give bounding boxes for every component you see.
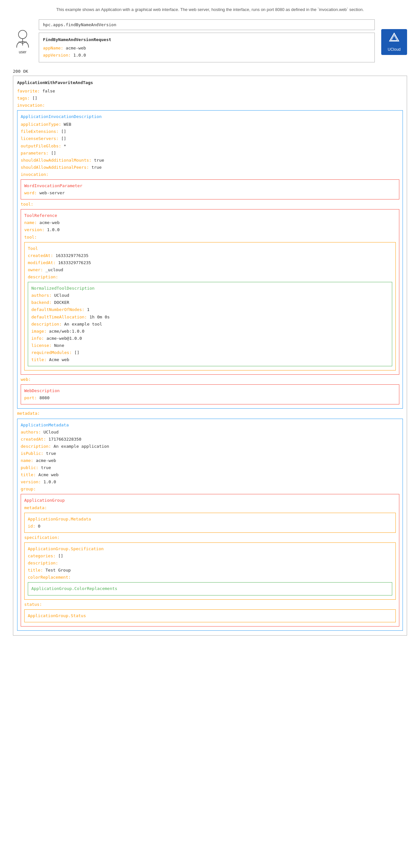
meta-public-field: public: true [21,464,399,471]
request-section: user hpc.apps.findByNameAndVersion FindB… [13,20,407,62]
group-metadata-box: ApplicationGroup.Metadata id: 0 [24,513,396,533]
meta-authors-field: authors: UCloud [21,429,399,436]
user-actor: user [13,29,32,54]
tool-reference-box: ToolReference name: acme-web version: 1.… [21,209,399,375]
group-sublabel: group: [21,486,399,493]
request-box-wrapper: hpc.apps.findByNameAndVersion FindByName… [39,20,375,62]
authors-field: authors: UCloud [31,292,389,299]
group-spec-label: specification: [24,534,396,541]
app-invocation-desc-box: ApplicationInvocationDescription applica… [17,110,403,409]
tool-name-field: name: acme-web [24,219,396,226]
web-desc-box: WebDescription port: 8080 [21,384,399,404]
tool-sublabel: tool: [21,201,399,208]
web-sublabel: web: [21,376,399,383]
group-spec-box: ApplicationGroup.Specification categorie… [24,542,396,600]
title-field: title: Acme web [31,356,389,363]
ucloud-label: UCloud [388,47,400,52]
group-categories-field: categories: [] [28,553,392,560]
request-body-box: FindByNameAndVersionRequest appName: acm… [39,33,375,62]
should-allow-mounts-field: shouldAllowAdditionalMounts: true [21,157,399,164]
normalized-tool-desc-box: NormalizedToolDescription authors: UClou… [28,282,392,366]
meta-is-public-field: isPublic: true [21,450,399,457]
tool-reference-type-name: ToolReference [24,212,396,219]
required-modules-field: requiredModules: [] [31,349,389,356]
tool-version-field: version: 1.0.0 [24,226,396,234]
image-field: image: acme/web:1.0.0 [31,328,389,335]
meta-version-field: version: 1.0.0 [21,478,399,486]
info-field: info: acme-web@1.0.0 [31,335,389,342]
ucloud-actor: UCloud [381,29,407,55]
license-servers-field: licenseServers: [] [21,135,399,142]
response-box: ApplicationWithFavoriteAndTags favorite:… [13,76,407,636]
group-description-field: description: [28,560,392,567]
app-version-field: appVersion: 1.0.0 [43,52,370,59]
tool-description-label: description: [28,274,392,281]
tool-inner-label: tool: [24,234,396,241]
meta-title-field: title: Acme web [21,471,399,478]
tags-field: tags: [] [17,95,403,102]
favorite-field: favorite: false [17,88,403,95]
owner-field: owner: _ucloud [28,267,392,274]
tool-inner-type-name: Tool [28,245,392,252]
response-status: 200 OK [13,69,407,74]
normalized-tool-type-name: NormalizedToolDescription [31,285,389,292]
port-field: port: 8080 [24,394,396,402]
word-field: word: web-server [24,189,396,196]
app-group-box: ApplicationGroup metadata: ApplicationGr… [21,494,399,626]
group-status-box: ApplicationGroup.Status [24,609,396,622]
request-type-name: FindByNameAndVersionRequest [43,36,370,43]
meta-name-field: name: acme-web [21,457,399,464]
svg-point-0 [19,30,27,38]
color-replacements-type-name: ApplicationGroup.ColorReplacements [31,585,389,592]
app-invocation-type-name: ApplicationInvocationDescription [21,113,399,120]
method-bar: hpc.apps.findByNameAndVersion [39,20,375,30]
group-color-replacement-label: colorReplacement: [28,574,392,581]
response-section: 200 OK ApplicationWithFavoriteAndTags fa… [13,69,407,636]
group-spec-type-name: ApplicationGroup.Specification [28,546,392,553]
app-name-field: appName: acme-web [43,44,370,52]
default-nodes-field: defaultNumberOfNodes: 1 [31,306,389,313]
metadata-field-label: metadata: [17,410,403,417]
user-icon [14,29,31,49]
color-replacements-box: ApplicationGroup.ColorReplacements [28,582,392,595]
group-metadata-label: metadata: [24,504,396,512]
group-id-field: id: 0 [28,523,392,530]
backend-field: backend: DOCKER [31,299,389,306]
app-metadata-type-name: ApplicationMetadata [21,422,399,429]
word-invocation-box: WordInvocationParameter word: web-server [21,179,399,199]
app-metadata-box: ApplicationMetadata authors: UCloud crea… [17,418,403,631]
group-title-field: title: Test Group [28,567,392,574]
license-field: license: None [31,342,389,349]
app-with-favorite-type: ApplicationWithFavoriteAndTags [17,79,403,86]
word-invocation-type-name: WordInvocationParameter [24,182,396,189]
file-extensions-field: fileExtensions: [] [21,128,399,135]
web-desc-type-name: WebDescription [24,387,396,394]
meta-created-at-field: createdAt: 1717663228350 [21,436,399,443]
created-at-field: createdAt: 1633329776235 [28,252,392,259]
should-allow-peers-field: shouldAllowAdditionalPeers: true [21,164,399,171]
default-time-field: defaultTimeAllocation: 1h 0m 0s [31,314,389,321]
intro-text: This example shows an Application with a… [13,6,407,13]
application-type-field: applicationType: WEB [21,121,399,128]
invocation-sublabel: invocation: [21,171,399,178]
output-file-globs-field: outputFileGlobs: * [21,143,399,150]
group-metadata-type-name: ApplicationGroup.Metadata [28,516,392,523]
group-status-label: status: [24,601,396,608]
group-status-type-name: ApplicationGroup.Status [28,612,392,619]
norm-description-field: description: An example tool [31,321,389,328]
invocation-field-label: invocation: [17,102,403,109]
meta-description-field: description: An example application [21,443,399,450]
user-label: user [19,50,26,54]
svg-marker-4 [390,33,399,41]
app-group-type-name: ApplicationGroup [24,497,396,504]
tool-inner-box: Tool createdAt: 1633329776235 modifiedAt… [24,242,396,371]
ucloud-icon [388,32,400,46]
parameters-field: parameters: [] [21,150,399,157]
modified-at-field: modifiedAt: 1633329776235 [28,259,392,267]
